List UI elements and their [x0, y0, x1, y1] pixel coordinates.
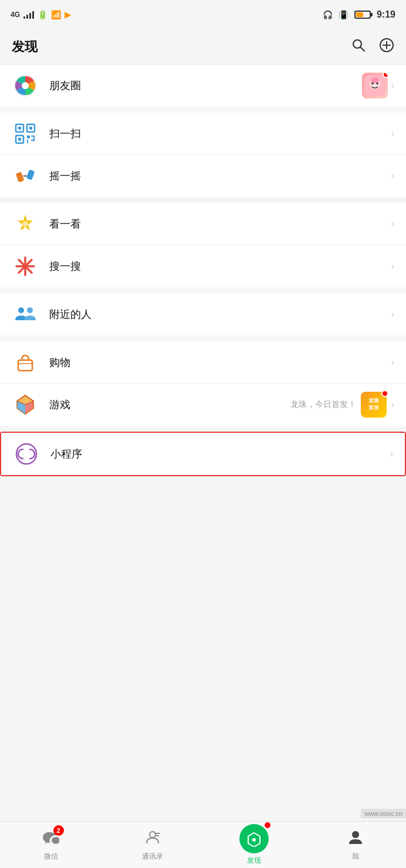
games-right: 龙珠，今日首发！ 龙珠 首发 ›: [290, 392, 394, 418]
nearby-label: 附近的人: [49, 307, 391, 321]
games-chevron: ›: [391, 399, 394, 410]
bar1: [23, 16, 25, 19]
scan-label: 扫一扫: [49, 127, 391, 141]
section-pengyouquan: 朋友圈 ›: [0, 65, 406, 107]
svg-point-48: [352, 831, 359, 838]
watermark: www.oooc.cn: [361, 809, 406, 818]
nearby-icon: [12, 301, 39, 328]
menu-item-games[interactable]: 游戏 龙珠，今日首发！ 龙珠 首发 ›: [0, 384, 406, 426]
sousuoyisou-chevron: ›: [391, 261, 394, 272]
signal-text: 4G: [11, 11, 20, 19]
battery-indicator: [354, 11, 371, 19]
nearby-right: ›: [391, 309, 394, 320]
watermark-text: www.oooc.cn: [364, 810, 402, 817]
shake-chevron: ›: [391, 171, 394, 181]
menu-item-kanyikan[interactable]: 看一看 ›: [0, 203, 406, 245]
battery-fill: [356, 12, 363, 17]
me-tab-label: 我: [352, 852, 359, 862]
tab-me[interactable]: 我: [304, 822, 406, 868]
search-icon[interactable]: [351, 38, 366, 56]
kanyikan-label: 看一看: [49, 217, 391, 231]
tab-discover[interactable]: 发现: [203, 822, 304, 868]
vibrate-icon: 📳: [339, 10, 349, 19]
header-icons: [351, 38, 394, 56]
game-badge: 龙珠 首发: [361, 392, 387, 418]
add-icon[interactable]: [379, 38, 394, 56]
nearby-chevron: ›: [391, 309, 394, 320]
kanyikan-icon: [12, 211, 39, 238]
status-left: 4G 🔋 📶 ▶: [11, 10, 71, 19]
menu-item-sousuoyisou[interactable]: 搜一搜 ›: [0, 245, 406, 287]
bar3: [29, 13, 31, 19]
shopping-chevron: ›: [391, 357, 394, 368]
miniprogram-chevron: ›: [390, 449, 393, 459]
scan-icon: [12, 120, 39, 147]
tab-weixin[interactable]: 2 微信: [0, 822, 102, 868]
menu-item-miniprogram[interactable]: 小程序 ›: [1, 433, 405, 475]
svg-point-33: [18, 307, 24, 313]
svg-point-28: [22, 221, 28, 227]
discover-tab-icon: [239, 824, 269, 853]
bar4: [32, 11, 34, 19]
time-display: 9:19: [377, 9, 395, 20]
svg-point-47: [252, 838, 256, 842]
pq-avatar: [362, 73, 388, 99]
kanyikan-chevron: ›: [391, 219, 394, 229]
menu-item-pengyouquan[interactable]: 朋友圈 ›: [0, 65, 406, 107]
svg-point-43: [52, 837, 59, 844]
pengyouquan-label: 朋友圈: [49, 79, 362, 93]
menu-item-shake[interactable]: 摇一摇 ›: [0, 155, 406, 197]
section-nearby: 附近的人 ›: [0, 293, 406, 335]
empty-area: [0, 482, 406, 599]
sousuoyisou-right: ›: [391, 261, 394, 272]
pengyouquan-chevron: ›: [391, 80, 394, 91]
me-tab-icon: [347, 829, 364, 849]
games-icon: [12, 391, 39, 418]
stream-icon: ▶: [65, 10, 71, 19]
weixin-tab-label: 微信: [44, 852, 58, 862]
shopping-label: 购物: [49, 355, 391, 369]
games-subtext: 龙珠，今日首发！: [290, 399, 356, 410]
scan-chevron: ›: [391, 128, 394, 139]
data-icon: 📶: [51, 10, 61, 19]
battery-body: [354, 11, 371, 19]
status-right: 🎧 📳 9:19: [323, 9, 395, 20]
svg-rect-24: [26, 169, 35, 180]
game-badge-dot: [381, 390, 388, 397]
discover-tab-label: 发现: [247, 856, 261, 866]
svg-rect-18: [27, 135, 30, 138]
miniprogram-icon: [13, 440, 40, 467]
games-label: 游戏: [49, 398, 290, 412]
menu-item-shopping[interactable]: 购物 ›: [0, 341, 406, 384]
svg-rect-22: [33, 135, 35, 141]
shopping-right: ›: [391, 357, 394, 368]
kanyikan-right: ›: [391, 219, 394, 229]
weixin-tab-icon: 2: [43, 829, 59, 849]
svg-rect-16: [18, 138, 21, 141]
svg-rect-17: [29, 127, 32, 130]
svg-point-11: [371, 77, 379, 83]
shake-right: ›: [391, 171, 394, 181]
section-watch-search: 看一看 › 搜一搜 ›: [0, 203, 406, 287]
contacts-tab-icon: [144, 829, 161, 849]
svg-rect-35: [18, 360, 32, 371]
headphone-icon: 🎧: [323, 10, 333, 19]
shake-icon: [12, 162, 39, 189]
menu-item-scan[interactable]: 扫一扫 ›: [0, 113, 406, 155]
sousuoyisou-label: 搜一搜: [49, 259, 391, 273]
svg-rect-23: [16, 172, 25, 182]
svg-point-44: [150, 832, 155, 838]
contacts-tab-label: 通讯录: [142, 852, 163, 862]
bar2: [26, 15, 28, 19]
pengyouquan-right: ›: [362, 73, 394, 99]
miniprogram-right: ›: [390, 449, 393, 459]
svg-point-6: [22, 82, 29, 89]
section-miniprogram: 小程序 ›: [0, 432, 406, 476]
menu-item-nearby[interactable]: 附近的人 ›: [0, 293, 406, 335]
svg-line-1: [361, 47, 365, 51]
tab-contacts[interactable]: 通讯录: [102, 822, 203, 868]
shake-label: 摇一摇: [49, 169, 391, 183]
discover-circle: [239, 824, 269, 853]
shopping-icon: [12, 349, 39, 376]
weixin-badge: 2: [53, 825, 64, 836]
